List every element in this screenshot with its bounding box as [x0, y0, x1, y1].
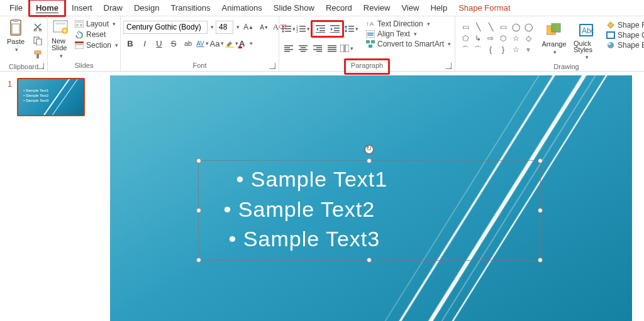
group-label-font: Font [123, 60, 276, 71]
resize-handle-e[interactable] [538, 208, 543, 213]
highlight-button[interactable]: ▾ [225, 36, 238, 50]
shadow-button[interactable]: ab [181, 36, 195, 50]
tab-design[interactable]: Design [128, 1, 165, 15]
resize-handle-s[interactable] [367, 258, 372, 263]
layout-button[interactable]: Layout▾ [72, 19, 121, 29]
line-spacing-button[interactable]: ▾ [345, 22, 358, 36]
tab-record[interactable]: Record [320, 1, 358, 15]
decrease-font-button[interactable]: A▼ [257, 20, 271, 34]
tab-insert[interactable]: Insert [66, 1, 98, 15]
italic-button[interactable]: I [138, 36, 152, 50]
text-direction-button[interactable]: ↕AText Direction▾ [364, 19, 453, 29]
svg-rect-31 [299, 31, 306, 32]
svg-text:↕: ↕ [366, 20, 369, 27]
textbox-content[interactable]: • Sample Text1 • Sample Text2 • Sample T… [199, 161, 540, 258]
arrange-icon [545, 21, 563, 39]
font-family-combo[interactable] [123, 21, 208, 34]
paragraph-launcher[interactable] [445, 63, 452, 69]
shape-outline-button[interactable]: Shape Outline▾ [604, 30, 644, 40]
svg-rect-37 [334, 28, 340, 29]
tab-home[interactable]: Home [28, 0, 66, 17]
bullets-button[interactable]: ▾ [282, 22, 296, 36]
reset-icon [75, 31, 84, 38]
group-drawing: ▭╲╲▭◯◯ ⬠↳⇨⬡☆◇ ⌒⌒{}☆▾ Arrange▾ Abc Quick … [455, 16, 644, 71]
svg-rect-25 [285, 31, 291, 32]
increase-indent-button[interactable] [328, 22, 341, 36]
group-font: ▾ ▾ A▲ A▼ A⌫ B I U S ab AV▾ Aa▾ ▾ A▾ Fon… [121, 16, 279, 71]
group-label-drawing: Drawing [458, 62, 644, 72]
svg-rect-50 [301, 51, 306, 52]
chevron-down-icon[interactable]: ▾ [236, 24, 240, 30]
tab-transitions[interactable]: Transitions [165, 1, 216, 15]
shape-effects-button[interactable]: Shape Effects▾ [604, 40, 644, 50]
svg-rect-34 [319, 30, 325, 31]
shape-textbox-icon: ▭ [460, 23, 470, 32]
copy-button[interactable] [31, 34, 45, 48]
resize-handle-sw[interactable] [196, 258, 201, 263]
svg-rect-29 [299, 28, 306, 30]
reset-button[interactable]: Reset [72, 30, 121, 40]
slide-canvas[interactable]: • Sample Text1 • Sample Text2 • Sample T… [110, 75, 632, 321]
group-clipboard: Paste ▾ Clipboard [0, 16, 48, 71]
svg-rect-64 [367, 33, 374, 34]
align-left-button[interactable] [282, 41, 296, 55]
shape-fill-button[interactable]: Shape Fill▾ [604, 20, 644, 30]
justify-button[interactable] [325, 41, 339, 55]
thumbnail-number: 1 [8, 78, 12, 315]
tab-view[interactable]: View [396, 1, 425, 15]
columns-button[interactable]: ▾ [340, 41, 353, 55]
increase-font-button[interactable]: A▲ [242, 20, 255, 34]
font-launcher[interactable] [269, 63, 275, 69]
underline-button[interactable]: U [152, 36, 166, 50]
decrease-indent-button[interactable] [313, 22, 327, 36]
align-right-button[interactable] [311, 41, 325, 55]
section-button[interactable]: Section▾ [72, 40, 121, 50]
resize-handle-w[interactable] [196, 208, 201, 213]
font-color-button[interactable]: A▾ [239, 36, 253, 50]
numbering-button[interactable]: 123▾ [296, 22, 310, 36]
slide-edit-area[interactable]: • Sample Text1 • Sample Text2 • Sample T… [97, 72, 644, 321]
text-placeholder[interactable]: • Sample Text1 • Sample Text2 • Sample T… [198, 160, 541, 261]
align-text-button[interactable]: Align Text▾ [364, 29, 453, 39]
convert-smartart-button[interactable]: Convert to SmartArt▾ [364, 39, 453, 49]
svg-rect-18 [225, 46, 234, 48]
tab-slideshow[interactable]: Slide Show [268, 1, 320, 15]
shapes-gallery[interactable]: ▭╲╲▭◯◯ ⬠↳⇨⬡☆◇ ⌒⌒{}☆▾ [458, 20, 536, 57]
align-center-button[interactable] [296, 41, 310, 55]
bold-button[interactable]: B [123, 36, 137, 50]
change-case-button[interactable]: Aa▾ [210, 36, 224, 50]
slide-thumbnail-1[interactable]: • Sample Text1 • Sample Text2 • Sample T… [17, 78, 85, 116]
strikethrough-button[interactable]: S [167, 36, 180, 50]
tab-review[interactable]: Review [358, 1, 396, 15]
paste-label: Paste [7, 38, 25, 45]
svg-rect-55 [328, 45, 336, 46]
resize-handle-n[interactable] [367, 158, 372, 163]
character-spacing-button[interactable]: AV▾ [196, 36, 209, 50]
tab-help[interactable]: Help [425, 1, 453, 15]
tab-shape-format[interactable]: Shape Format [453, 1, 516, 15]
resize-handle-ne[interactable] [538, 158, 543, 163]
tab-file[interactable]: File [4, 1, 28, 15]
resize-handle-se[interactable] [538, 258, 543, 263]
cut-button[interactable] [31, 20, 45, 34]
chevron-down-icon[interactable]: ▾ [211, 24, 214, 30]
font-size-combo[interactable] [216, 21, 233, 34]
paste-button[interactable]: Paste ▾ [3, 18, 29, 54]
align-text-icon [366, 30, 375, 38]
quick-styles-button[interactable]: Abc Quick Styles▾ [572, 20, 600, 62]
tab-animations[interactable]: Animations [216, 1, 268, 15]
quick-styles-icon: Abc [577, 21, 595, 39]
new-slide-button[interactable]: New Slide ▾ [50, 18, 70, 60]
svg-rect-57 [328, 49, 336, 50]
clipboard-launcher[interactable] [38, 63, 44, 69]
format-painter-button[interactable] [31, 48, 45, 62]
arrange-button[interactable]: Arrange▾ [540, 20, 569, 57]
rotation-handle[interactable] [364, 144, 374, 155]
svg-rect-54 [316, 51, 322, 52]
svg-rect-49 [299, 49, 308, 50]
resize-handle-nw[interactable] [196, 158, 201, 163]
svg-rect-53 [313, 49, 322, 50]
svg-point-74 [608, 42, 614, 48]
svg-rect-7 [35, 51, 41, 54]
tab-draw[interactable]: Draw [98, 1, 128, 15]
